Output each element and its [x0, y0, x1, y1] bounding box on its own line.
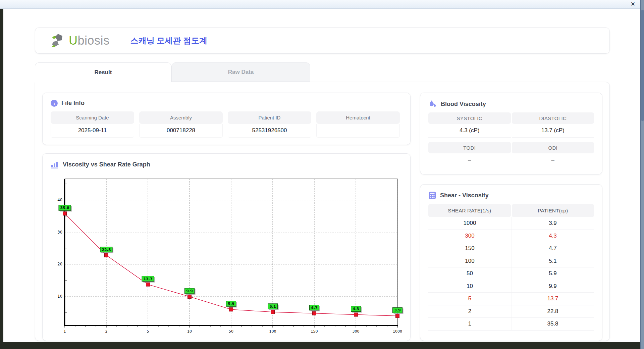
desktop-edge-left [0, 9, 3, 349]
file-info-card: i File Info Scanning Date 2025-09-11 Ass… [42, 93, 411, 145]
tab-raw-data[interactable]: Raw Data [171, 62, 310, 82]
shear-table-body: 10003.93004.31504.71005.1505.9109.9513.7… [428, 217, 594, 331]
svg-text:4.7: 4.7 [311, 306, 318, 310]
field-label: Assembly [139, 111, 223, 124]
table-row: 222.8 [428, 305, 594, 318]
shear-title-row: Shear - Viscosity [428, 191, 594, 199]
svg-text:150: 150 [311, 329, 318, 334]
desktop-edge-bottom [0, 342, 640, 349]
viscosity-chart: 102030401251050100150300100035.822.813.7… [49, 174, 404, 334]
svg-text:30: 30 [57, 230, 62, 235]
svg-text:3.9: 3.9 [394, 308, 401, 312]
svg-text:300: 300 [353, 329, 360, 334]
svg-text:35.8: 35.8 [60, 206, 69, 210]
svg-text:22.8: 22.8 [102, 248, 111, 252]
leaf-cluster-icon [51, 33, 66, 48]
patient-cell: 4.3 [511, 230, 594, 242]
patient-cell: 13.7 [511, 293, 594, 305]
svg-text:10: 10 [57, 294, 62, 299]
svg-text:9.9: 9.9 [186, 289, 193, 293]
field-value [316, 124, 400, 138]
svg-text:13.7: 13.7 [143, 277, 152, 281]
svg-text:5: 5 [147, 329, 149, 334]
field-assembly: Assembly 000718228 [139, 111, 223, 138]
patient-cell: 5.1 [511, 255, 594, 267]
brand-text: Ubiosis [69, 34, 110, 48]
shear-rate-cell: 5 [428, 293, 511, 305]
shear-rate-cell: 2 [428, 305, 511, 318]
bar-chart-icon [51, 160, 59, 169]
svg-text:40: 40 [57, 198, 62, 202]
vertical-scrollbar[interactable] [640, 0, 644, 349]
svg-text:20: 20 [57, 262, 62, 266]
table-row: 1005.1 [428, 255, 594, 268]
field-value: 52531926500 [228, 124, 311, 138]
table-row: 1504.7 [428, 242, 594, 255]
shear-viscosity-card: Shear - Viscosity SHEAR RATE(1/s) PATIEN… [420, 184, 602, 341]
droplets-icon [428, 100, 437, 108]
graph-title-row: Viscosity vs Shear Rate Graph [51, 160, 402, 169]
patient-cell: 9.9 [511, 280, 594, 293]
table-row: 3004.3 [428, 230, 594, 243]
field-label: Patient ID [228, 111, 311, 124]
table-row: 505.9 [428, 267, 594, 280]
shear-rate-cell: 300 [428, 230, 511, 242]
svg-text:1000: 1000 [393, 329, 402, 334]
viscosity-graph-card: Viscosity vs Shear Rate Graph 1020304012… [42, 153, 411, 341]
svg-text:2: 2 [105, 329, 108, 334]
shear-rate-cell: 150 [428, 242, 511, 255]
file-info-fields: Scanning Date 2025-09-11 Assembly 000718… [51, 111, 402, 138]
app-window: ✕ Ubiosis 스캐닝 모세관 점도계 Result Raw Data i [0, 0, 644, 349]
brand-logo: Ubiosis [51, 33, 110, 48]
shear-table-header: SHEAR RATE(1/s) PATIENT(cp) [428, 204, 594, 217]
svg-text:1: 1 [64, 329, 66, 334]
bv-value-diastolic: 13.7 (cP) [512, 124, 594, 138]
file-info-title: File Info [61, 100, 85, 107]
bv-value-odi: – [512, 153, 594, 167]
bv-header-systolic: SYSTOLIC [428, 112, 511, 124]
svg-text:100: 100 [269, 329, 276, 334]
patient-cell: 4.7 [511, 242, 594, 255]
shear-col-patient: PATIENT(cp) [512, 204, 594, 217]
blood-viscosity-title-row: Blood Viscosity [428, 100, 594, 108]
scrollbar-thumb[interactable] [641, 10, 644, 121]
tab-result[interactable]: Result [35, 62, 171, 82]
svg-text:10: 10 [187, 329, 192, 334]
close-icon[interactable]: ✕ [631, 1, 635, 8]
calculator-grid-icon [428, 191, 436, 199]
bv-header-diastolic: DIASTOLIC [512, 112, 594, 124]
field-scanning-date: Scanning Date 2025-09-11 [51, 111, 134, 138]
svg-text:50: 50 [229, 329, 233, 334]
svg-text:4.3: 4.3 [353, 307, 359, 311]
svg-text:5.9: 5.9 [228, 302, 234, 306]
field-value: 000718228 [139, 124, 223, 138]
field-patient-id: Patient ID 52531926500 [228, 111, 311, 138]
bv-value-todi: – [428, 153, 511, 167]
table-row: 10003.9 [428, 217, 594, 230]
patient-cell: 3.9 [511, 217, 594, 230]
bv-table-top: SYSTOLIC DIASTOLIC 4.3 (cP) 13.7 (cP) [428, 112, 594, 138]
patient-cell: 35.8 [511, 318, 594, 330]
shear-rate-cell: 10 [428, 280, 511, 293]
brand-header-card: Ubiosis 스캐닝 모세관 점도계 [35, 28, 610, 54]
field-hematocrit: Hematocrit [316, 111, 400, 138]
bv-table-bottom: TODI ODI – – [428, 142, 594, 167]
page-title: 스캐닝 모세관 점도계 [130, 35, 207, 46]
shear-rate-cell: 1000 [428, 217, 511, 230]
file-info-title-row: i File Info [51, 100, 402, 107]
blood-viscosity-title: Blood Viscosity [441, 101, 486, 108]
table-row: 135.8 [428, 318, 594, 331]
patient-cell: 22.8 [511, 305, 594, 318]
window-titlebar: ✕ [0, 0, 644, 9]
shear-rate-cell: 50 [428, 267, 511, 280]
field-label: Scanning Date [51, 111, 134, 124]
shear-col-rate: SHEAR RATE(1/s) [428, 204, 511, 217]
shear-rate-cell: 1 [428, 318, 511, 330]
info-icon: i [51, 100, 58, 107]
field-label: Hematocrit [316, 111, 400, 124]
blood-viscosity-card: Blood Viscosity SYSTOLIC DIASTOLIC 4.3 (… [420, 93, 602, 174]
shear-title: Shear - Viscosity [440, 192, 489, 199]
bv-value-systolic: 4.3 (cP) [428, 124, 511, 138]
bv-header-todi: TODI [428, 142, 511, 153]
bv-header-odi: ODI [512, 142, 594, 153]
